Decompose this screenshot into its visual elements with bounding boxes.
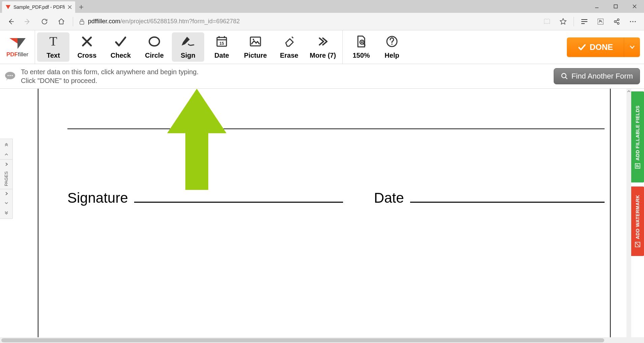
info-message: To enter data on this form, click anywhe… xyxy=(4,67,198,85)
pages-label: PAGES xyxy=(4,169,9,188)
tool-more[interactable]: More (7) xyxy=(307,32,339,62)
signature-line[interactable] xyxy=(134,202,343,203)
add-watermark-tab[interactable]: ADD WATERMARK xyxy=(631,187,644,256)
tool-circle[interactable]: Circle xyxy=(138,32,171,62)
chevron-right-icon[interactable] xyxy=(0,189,12,198)
pages-navigator[interactable]: PAGES xyxy=(0,139,13,219)
svg-point-13 xyxy=(149,37,159,46)
pages-next-icon[interactable] xyxy=(0,198,12,208)
toolbar-separator xyxy=(342,30,343,64)
zoom-button[interactable]: 150% xyxy=(346,32,376,62)
svg-point-25 xyxy=(562,74,566,78)
svg-point-6 xyxy=(617,22,619,24)
pages-prev-icon[interactable] xyxy=(0,150,12,159)
watermark-label: ADD WATERMARK xyxy=(635,195,640,239)
add-fillable-fields-tab[interactable]: ADD FILLABLE FIELDS xyxy=(631,91,644,182)
tool-label: Erase xyxy=(280,52,299,59)
scroll-up-icon[interactable] xyxy=(626,89,631,94)
svg-point-5 xyxy=(617,19,619,21)
svg-point-24 xyxy=(11,75,13,76)
tool-cross[interactable]: Cross xyxy=(71,32,103,62)
done-button[interactable]: DONE xyxy=(567,37,640,57)
pdffiller-logo[interactable]: PDFfiller xyxy=(0,30,35,64)
signature-label: Signature xyxy=(67,190,128,206)
reading-view-icon[interactable] xyxy=(539,14,555,29)
svg-rect-16 xyxy=(250,37,260,46)
tool-picture[interactable]: Picture xyxy=(239,32,272,62)
tool-label: More (7) xyxy=(310,52,336,59)
search-icon xyxy=(561,73,568,80)
done-label: DONE xyxy=(590,42,613,52)
nav-refresh-icon[interactable] xyxy=(37,14,52,29)
nav-home-icon[interactable] xyxy=(54,14,69,29)
help-icon xyxy=(385,35,399,48)
done-check-icon xyxy=(578,43,586,52)
signature-row: Signature Date xyxy=(67,190,605,206)
tab-close-icon[interactable] xyxy=(68,5,72,9)
share-icon[interactable] xyxy=(609,14,624,29)
close-window-icon[interactable] xyxy=(625,0,644,13)
new-tab-button[interactable] xyxy=(75,1,87,13)
window-controls xyxy=(587,0,644,13)
tool-label: Cross xyxy=(78,52,97,59)
help-button[interactable]: Help xyxy=(378,32,406,62)
minimize-icon[interactable] xyxy=(587,0,606,13)
chevron-right-icon[interactable] xyxy=(0,159,12,169)
tool-label: Date xyxy=(214,52,229,59)
horizontal-scrollbar[interactable] xyxy=(0,337,644,343)
document-hr xyxy=(67,128,605,129)
tool-erase[interactable]: Erase xyxy=(273,32,305,62)
erase-icon xyxy=(282,35,296,48)
nav-forward-icon[interactable] xyxy=(20,14,35,29)
zoom-document-icon xyxy=(355,35,368,48)
pages-last-icon[interactable] xyxy=(0,208,12,217)
svg-text:15: 15 xyxy=(219,41,224,46)
tool-group-view: 150% Help xyxy=(344,30,408,64)
scrollbar-thumb[interactable] xyxy=(1,338,604,342)
document-page[interactable]: Signature Date xyxy=(38,89,611,337)
browser-tabstrip: Sample_PDF.pdf - PDFfi xyxy=(0,0,644,13)
pdffiller-logo-text: PDFfiller xyxy=(6,52,28,57)
chat-bubble-icon xyxy=(4,70,16,82)
hub-icon[interactable] xyxy=(577,14,592,29)
tool-sign[interactable]: Sign xyxy=(172,32,204,62)
pages-first-icon[interactable] xyxy=(0,140,12,150)
browser-tab[interactable]: Sample_PDF.pdf - PDFfi xyxy=(2,1,75,13)
find-another-form-button[interactable]: Find Another Form xyxy=(554,68,640,84)
pdffiller-mark-icon xyxy=(8,37,27,50)
zoom-label: 150% xyxy=(352,52,370,59)
svg-point-4 xyxy=(614,21,616,23)
tool-label: Sign xyxy=(181,52,195,59)
date-label: Date xyxy=(374,190,404,206)
vertical-scrollbar[interactable] xyxy=(626,89,631,337)
svg-marker-11 xyxy=(18,38,26,49)
right-side-tabs: ADD FILLABLE FIELDS ADD WATERMARK xyxy=(631,91,644,256)
help-label: Help xyxy=(385,52,399,59)
notes-icon[interactable] xyxy=(593,14,608,29)
sign-icon xyxy=(180,35,196,48)
favorite-star-icon[interactable] xyxy=(555,14,571,29)
svg-marker-10 xyxy=(9,38,18,44)
tab-title: Sample_PDF.pdf - PDFfi xyxy=(13,4,65,10)
url-field[interactable]: pdffiller.com/en/project/65288159.htm?fo… xyxy=(77,18,537,25)
document-surface[interactable]: Signature Date xyxy=(13,89,629,337)
more-menu-icon[interactable] xyxy=(625,14,641,29)
svg-text:T: T xyxy=(49,35,57,48)
tool-text[interactable]: T Text xyxy=(37,32,69,62)
tool-check[interactable]: Check xyxy=(104,32,137,62)
date-line[interactable] xyxy=(410,202,605,203)
cross-icon xyxy=(80,35,94,48)
lock-icon xyxy=(79,19,85,25)
svg-point-22 xyxy=(7,75,9,76)
fields-icon xyxy=(635,163,640,169)
watermark-icon xyxy=(635,242,640,247)
text-icon: T xyxy=(47,35,60,48)
tool-date[interactable]: 15 Date xyxy=(206,32,238,62)
nav-back-icon[interactable] xyxy=(3,14,18,29)
done-dropdown[interactable] xyxy=(624,37,640,57)
svg-point-7 xyxy=(630,21,631,22)
tool-group-annotate: T Text Cross Check Circle Sign xyxy=(35,30,341,64)
maximize-icon[interactable] xyxy=(606,0,625,13)
tool-label: Check xyxy=(111,52,131,59)
app-toolbar: PDFfiller T Text Cross Check Circle Sign xyxy=(0,30,644,64)
